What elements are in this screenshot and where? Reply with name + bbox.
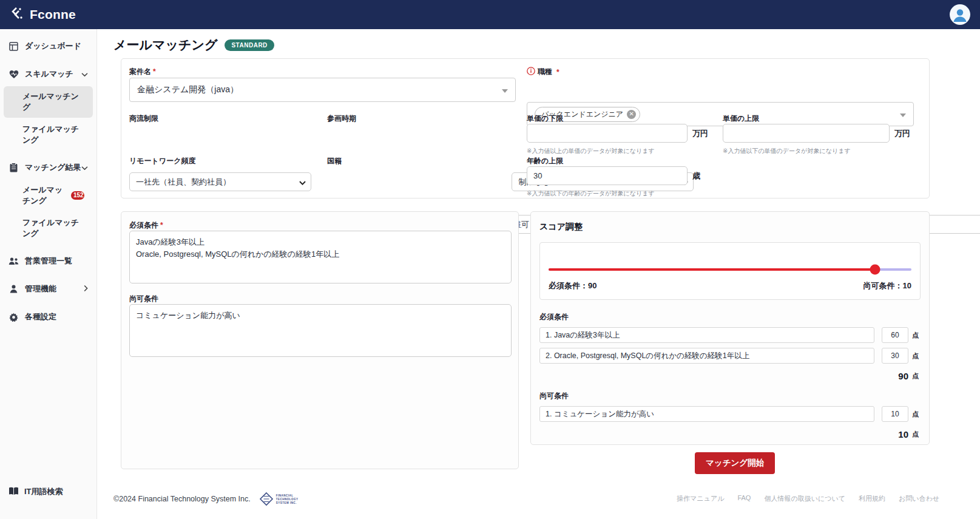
unit-price-max-input[interactable] <box>723 124 890 143</box>
job-type-multiselect[interactable]: バックエンドエンジニア ✕ <box>527 102 914 126</box>
sidebar-item-settings[interactable]: 各種設定 <box>0 306 96 328</box>
footer-link-contact[interactable]: お問い合わせ <box>899 494 939 503</box>
sidebar-item-label: IT用語検索 <box>24 486 63 497</box>
brand[interactable]: Fconne <box>10 5 76 24</box>
sidebar-sub-label: ファイルマッチング <box>22 217 84 239</box>
sidebar-sub-label: メールマッチング <box>22 185 68 206</box>
main-content: メールマッチング STANDARD 案件名* 金融システム開発（java） 職種… <box>97 29 980 519</box>
score-value-input[interactable] <box>882 327 908 343</box>
unit-price-max-suffix: 万円 <box>894 128 910 139</box>
conditions-card: 必須条件* Javaの経験3年以上 Oracle, Postgresql, My… <box>121 211 519 469</box>
sidebar-item-label: 管理機能 <box>25 283 56 294</box>
footer-link-manual[interactable]: 操作マニュアル <box>677 494 724 503</box>
sidebar: ダッシュボード スキルマッチ メールマッチング ファイルマッチング マッチング <box>0 29 97 519</box>
sidebar-item-file-matching-results[interactable]: ファイルマッチング <box>4 212 93 244</box>
person-icon <box>8 285 19 293</box>
score-slider[interactable] <box>549 265 911 274</box>
dashboard-icon <box>8 42 19 51</box>
points-unit: 点 <box>912 430 921 439</box>
sidebar-item-it-glossary[interactable]: IT用語検索 <box>0 481 96 502</box>
sidebar-item-sales-management[interactable]: 営業管理一覧 <box>0 250 96 272</box>
company-logo-line: TECHNOLOGY <box>276 498 299 501</box>
points-unit: 点 <box>912 351 921 361</box>
info-icon[interactable] <box>527 67 535 77</box>
nationality-label: 国籍 <box>327 156 342 166</box>
score-preferred-section-label: 尚可条件 <box>539 391 921 401</box>
people-icon <box>8 257 19 265</box>
age-max-suffix: 歳 <box>692 171 700 181</box>
company-logo-icon <box>259 492 274 506</box>
slider-preferred-label: 尚可条件：10 <box>863 280 911 291</box>
plan-badge: STANDARD <box>225 39 274 51</box>
preferred-conditions-textarea[interactable]: コミュケーション能力が高い <box>129 304 512 357</box>
age-max-label: 年齢の上限 <box>527 156 563 166</box>
sidebar-item-label: ダッシュボード <box>25 41 81 52</box>
score-value-input[interactable] <box>882 348 908 364</box>
points-unit: 点 <box>912 410 921 419</box>
chevron-right-icon <box>84 285 88 294</box>
preferred-conditions-label: 尚可条件 <box>129 294 158 304</box>
sidebar-item-dashboard[interactable]: ダッシュボード <box>0 35 96 57</box>
user-avatar[interactable] <box>950 4 970 25</box>
age-max-input[interactable] <box>527 166 688 185</box>
score-row: 1. コミュケーション能力が高い 点 <box>539 406 921 422</box>
sidebar-sub-label: ファイルマッチング <box>22 124 84 146</box>
unit-price-max-helper: ※入力値以下の単価のデータが対象になります <box>723 147 851 155</box>
chevron-down-icon <box>81 70 88 79</box>
footer-link-terms[interactable]: 利用規約 <box>859 494 885 503</box>
sidebar-item-mail-matching-results[interactable]: メールマッチング 152 <box>4 180 93 211</box>
score-condition-text: 2. Oracle, Postgresql, MySQLの何れかの経験の経験1年… <box>539 348 874 364</box>
job-type-label: 職種 <box>538 67 552 77</box>
footer-link-faq[interactable]: FAQ <box>737 494 751 503</box>
score-value-input[interactable] <box>882 406 908 422</box>
required-asterisk: * <box>153 67 156 76</box>
required-conditions-label: 必須条件 <box>129 221 158 229</box>
notification-badge: 152 <box>71 191 84 200</box>
sidebar-item-mail-matching[interactable]: メールマッチング <box>4 86 93 118</box>
flow-restriction-select[interactable]: 一社先（社員、契約社員） <box>129 172 311 191</box>
case-name-label: 案件名 <box>129 67 151 76</box>
sidebar-item-label: スキルマッチ <box>25 69 73 80</box>
caret-down-icon <box>502 85 508 95</box>
join-period-label: 参画時期 <box>327 114 356 124</box>
preferred-total: 10 <box>898 429 908 439</box>
case-name-value: 金融システム開発（java） <box>137 84 238 95</box>
company-logo: FINANCIAL TECHNOLOGY SYSTEM INC. <box>259 492 299 506</box>
caret-down-icon <box>900 109 906 119</box>
unit-price-min-input[interactable] <box>527 124 688 143</box>
dictionary-icon <box>8 487 19 497</box>
brand-logo-icon <box>10 5 25 24</box>
copyright-text: ©2024 Financial Technology System Inc. <box>113 495 251 503</box>
footer-links: 操作マニュアル FAQ 個人情報の取扱いについて 利用規約 お問い合わせ <box>677 494 939 503</box>
sidebar-sub-label: メールマッチング <box>22 91 84 113</box>
sidebar-item-label: 営業管理一覧 <box>25 256 72 266</box>
score-required-section-label: 必須条件 <box>539 312 921 322</box>
sidebar-item-label: マッチング結果 <box>25 162 81 173</box>
sidebar-item-skill-match[interactable]: スキルマッチ <box>0 63 96 85</box>
page-title: メールマッチング <box>113 36 217 53</box>
sidebar-item-matching-results[interactable]: マッチング結果 <box>0 157 96 178</box>
unit-price-min-helper: ※入力値以上の単価のデータが対象になります <box>527 147 655 155</box>
slider-required-label: 必須条件：90 <box>549 280 596 291</box>
sidebar-item-admin-functions[interactable]: 管理機能 <box>0 278 96 300</box>
clipboard-icon <box>8 163 19 172</box>
chip-remove-icon[interactable]: ✕ <box>627 110 636 119</box>
score-adjustment-card: スコア調整 必須条件：90 尚可条件：10 必須条件 1. Javaの経験3年以… <box>530 211 930 445</box>
score-title: スコア調整 <box>531 212 929 232</box>
top-header: Fconne <box>0 0 980 29</box>
person-icon <box>950 4 970 25</box>
brand-name: Fconne <box>30 7 76 22</box>
footer-link-privacy[interactable]: 個人情報の取扱いについて <box>764 494 845 503</box>
score-row: 1. Javaの経験3年以上 点 <box>539 327 921 343</box>
score-slider-box: 必須条件：90 尚可条件：10 <box>539 242 921 300</box>
slider-thumb[interactable] <box>870 265 880 275</box>
start-matching-button[interactable]: マッチング開始 <box>695 452 775 474</box>
unit-price-max-label: 単価の上限 <box>723 114 759 124</box>
unit-price-min-label: 単価の下限 <box>527 114 563 124</box>
case-name-select[interactable]: 金融システム開発（java） <box>129 78 516 102</box>
score-row: 2. Oracle, Postgresql, MySQLの何れかの経験の経験1年… <box>539 348 921 364</box>
required-conditions-textarea[interactable]: Javaの経験3年以上 Oracle, Postgresql, MySQLの何れ… <box>129 231 512 283</box>
sidebar-item-label: 各種設定 <box>25 311 56 322</box>
company-logo-line: SYSTEM INC. <box>276 501 299 504</box>
sidebar-item-file-matching[interactable]: ファイルマッチング <box>4 119 93 151</box>
